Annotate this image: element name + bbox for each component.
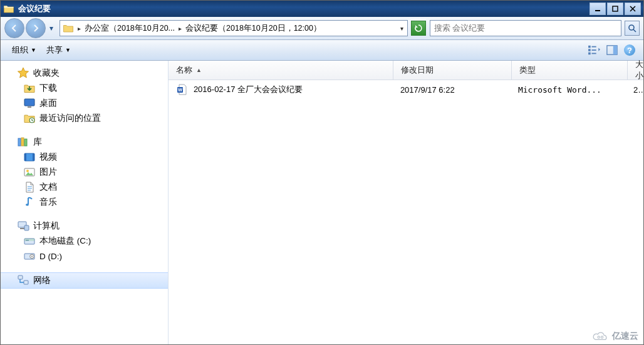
sidebar-local-disk-c[interactable]: 本地磁盘 (C:) [1,234,168,249]
navigation-pane[interactable]: 收藏夹 下载 桌面 最 [1,61,169,344]
share-menu[interactable]: 共享 ▼ [41,42,76,58]
sidebar-favorites[interactable]: 收藏夹 [1,66,168,81]
svg-rect-12 [28,106,31,108]
help-button[interactable]: ? [622,43,637,58]
sidebar-desktop[interactable]: 桌面 [1,96,168,111]
share-label: 共享 [46,44,63,56]
pictures-icon [23,166,36,178]
chevron-down-icon: ▼ [31,47,36,53]
organize-label: 组织 [12,44,28,56]
sidebar-videos[interactable]: 视频 [1,150,168,165]
sort-ascending-icon: ▲ [196,67,202,73]
search-input[interactable] [433,23,618,33]
svg-rect-14 [18,138,21,146]
file-row[interactable]: W 2016-02-17 全厂大会会议纪要 2017/9/17 6:22 Mic… [169,80,643,99]
svg-text:W: W [178,88,182,92]
sidebar-item-label: D (D:) [39,252,62,261]
sidebar-documents[interactable]: 文档 [1,180,168,195]
svg-point-21 [26,170,29,172]
window-title: 会议纪要 [18,3,589,14]
sidebar-item-label: 文档 [39,182,57,193]
minimize-button[interactable] [589,3,606,15]
libraries-icon [17,136,29,148]
help-icon: ? [624,44,635,56]
breadcrumb-office[interactable]: 办公室（2018年10月20... [85,23,175,34]
navigation-bar: ▾ ▸ 办公室（2018年10月20... ▸ 会议纪要（2018年10月20日… [1,17,643,40]
folder-icon [3,3,14,14]
sidebar-item-label: 最近访问的位置 [39,113,101,124]
svg-rect-0 [595,10,600,11]
svg-rect-8 [592,53,596,54]
svg-rect-10 [613,46,617,54]
svg-point-2 [629,25,634,30]
file-type: Microsoft Word... [511,85,626,95]
address-dropdown[interactable]: ▾ [396,25,407,32]
sidebar-downloads[interactable]: 下载 [1,81,168,96]
column-name[interactable]: 名称 ▲ [169,61,393,80]
folder-icon [63,23,74,34]
svg-point-31 [31,256,33,257]
sidebar-item-label: 音乐 [39,197,57,208]
nav-history: ▾ [4,18,56,38]
svg-rect-16 [24,139,27,146]
address-bar[interactable]: ▸ 办公室（2018年10月20... ▸ 会议纪要（2018年10月20日，1… [60,20,408,36]
file-list: 名称 ▲ 修改日期 类型 大小 W [169,61,643,344]
refresh-button[interactable] [411,21,426,36]
view-toggle-button[interactable] [587,43,602,58]
column-size[interactable]: 大小 [628,61,644,80]
sidebar-pictures[interactable]: 图片 [1,165,168,180]
column-label: 大小 [635,59,643,81]
maximize-button[interactable] [607,3,623,15]
close-button[interactable] [625,3,641,15]
chevron-right-icon[interactable]: ▸ [176,25,184,32]
explorer-window: 会议纪要 ▾ ▸ [0,0,644,345]
sidebar-item-label: 图片 [39,167,57,178]
music-icon [23,196,36,209]
svg-rect-3 [588,46,591,48]
recent-places-icon [23,112,36,125]
sidebar-libraries[interactable]: 库 [1,135,168,150]
svg-rect-6 [592,49,596,51]
column-headers: 名称 ▲ 修改日期 类型 大小 [169,61,643,80]
svg-rect-25 [24,225,29,230]
organize-menu[interactable]: 组织 ▼ [7,42,41,58]
svg-rect-32 [18,275,23,279]
preview-pane-button[interactable] [605,43,620,58]
search-box[interactable] [430,20,621,36]
breadcrumb-meeting[interactable]: 会议纪要（2018年10月20日，12:00） [185,23,321,34]
column-type[interactable]: 类型 [512,61,628,80]
column-label: 修改日期 [401,64,434,76]
sidebar-item-label: 库 [33,136,42,148]
column-date[interactable]: 修改日期 [393,61,512,80]
svg-point-22 [26,203,29,206]
sidebar-music[interactable]: 音乐 [1,195,168,210]
svg-rect-33 [24,281,28,284]
command-bar: 组织 ▼ 共享 ▼ ? [1,40,643,61]
svg-rect-4 [592,46,596,48]
nav-forward-button[interactable] [26,18,46,38]
title-bar[interactable]: 会议纪要 [1,1,643,17]
svg-rect-19 [33,153,34,161]
videos-icon [23,151,36,163]
column-label: 名称 [176,64,192,76]
desktop-icon [23,97,36,110]
chevron-right-icon[interactable]: ▸ [75,25,83,32]
file-date: 2017/9/17 6:22 [393,85,511,95]
file-rows[interactable]: W 2016-02-17 全厂大会会议纪要 2017/9/17 6:22 Mic… [169,80,643,344]
network-icon [17,274,29,287]
chevron-down-icon: ▼ [65,47,71,53]
sidebar-item-label: 收藏夹 [33,68,60,79]
sidebar-drive-d[interactable]: D (D:) [1,249,168,264]
window-controls [589,3,641,15]
search-button[interactable] [625,21,640,36]
sidebar-recent[interactable]: 最近访问的位置 [1,111,168,126]
svg-rect-5 [588,49,591,51]
svg-rect-24 [20,228,24,229]
nav-back-button[interactable] [4,18,24,38]
svg-rect-1 [613,6,618,11]
word-document-icon: W [176,83,189,96]
sidebar-network[interactable]: 网络 [1,272,168,289]
nav-history-dropdown[interactable]: ▾ [47,19,56,38]
documents-icon [23,181,36,193]
sidebar-computer[interactable]: 计算机 [1,219,168,234]
